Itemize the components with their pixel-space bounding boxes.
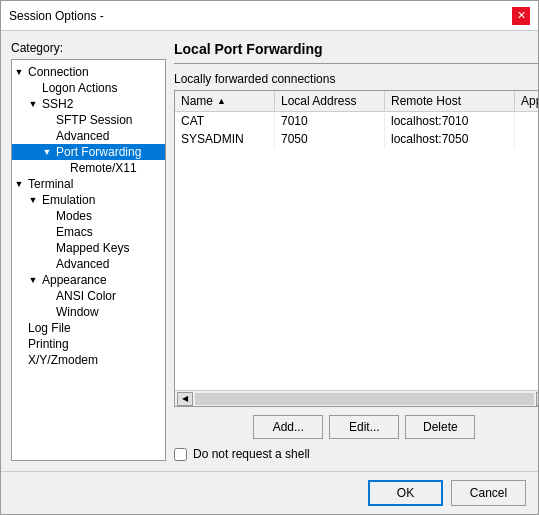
tree-item-appearance[interactable]: ▼ Appearance <box>12 272 165 288</box>
ok-button[interactable]: OK <box>368 480 443 506</box>
col-local-address: Local Address <box>275 91 385 111</box>
tree-expander-log-file <box>12 321 26 335</box>
tree-expander-appearance[interactable]: ▼ <box>26 273 40 287</box>
tree-expander-port-forwarding[interactable]: ▼ <box>40 145 54 159</box>
tree-item-emulation[interactable]: ▼ Emulation <box>12 192 165 208</box>
tree-label-port-forwarding: Port Forwarding <box>54 145 141 159</box>
tree-item-advanced-ssh[interactable]: Advanced <box>12 128 165 144</box>
table-row[interactable]: CAT 7010 localhost:7010 <box>175 112 538 130</box>
tree-container[interactable]: ▼ Connection Logon Actions ▼ SSH2 SFTP S… <box>11 59 166 461</box>
tree-label-emacs: Emacs <box>54 225 93 239</box>
tree-label-window: Window <box>54 305 99 319</box>
cell-name: CAT <box>175 112 275 130</box>
cell-remote-host: localhost:7010 <box>385 112 515 130</box>
tree-item-remote-x11[interactable]: Remote/X11 <box>12 160 165 176</box>
tree-label-ssh2: SSH2 <box>40 97 73 111</box>
cell-name: SYSADMIN <box>175 130 275 148</box>
tree-item-port-forwarding[interactable]: ▼ Port Forwarding <box>12 144 165 160</box>
cell-appli <box>515 130 538 148</box>
tree-expander-emacs <box>40 225 54 239</box>
delete-button[interactable]: Delete <box>405 415 475 439</box>
tree-item-mapped-keys[interactable]: Mapped Keys <box>12 240 165 256</box>
tree-item-connection[interactable]: ▼ Connection <box>12 64 165 80</box>
tree-label-modes: Modes <box>54 209 92 223</box>
tree-expander-window <box>40 305 54 319</box>
table-body[interactable]: CAT 7010 localhost:7010 SYSADMIN 7050 lo… <box>175 112 538 390</box>
table-header: Name ▲ Local Address Remote Host Appli <box>175 91 538 112</box>
tree-item-sftp-session[interactable]: SFTP Session <box>12 112 165 128</box>
no-shell-label[interactable]: Do not request a shell <box>193 447 310 461</box>
tree-expander-ssh2[interactable]: ▼ <box>26 97 40 111</box>
no-shell-row: Do not request a shell <box>174 447 538 461</box>
tree-item-modes[interactable]: Modes <box>12 208 165 224</box>
tree-item-xyz-modem[interactable]: X/Y/Zmodem <box>12 352 165 368</box>
tree-expander-connection[interactable]: ▼ <box>12 65 26 79</box>
connections-table: Name ▲ Local Address Remote Host Appli C… <box>174 90 538 407</box>
panel-title: Local Port Forwarding <box>174 41 538 64</box>
tree-item-advanced-term[interactable]: Advanced <box>12 256 165 272</box>
col-appli: Appli <box>515 91 538 111</box>
tree-panel: Category: ▼ Connection Logon Actions ▼ S… <box>11 41 166 461</box>
panel-subheader: Locally forwarded connections <box>174 72 538 86</box>
tree-label-ansi-color: ANSI Color <box>54 289 116 303</box>
dialog-title: Session Options - <box>9 9 104 23</box>
tree-expander-emulation[interactable]: ▼ <box>26 193 40 207</box>
scroll-right-button[interactable]: ▶ <box>536 392 538 406</box>
horizontal-scrollbar[interactable]: ◀ ▶ <box>175 390 538 406</box>
tree-expander-ansi-color <box>40 289 54 303</box>
cell-remote-host: localhost:7050 <box>385 130 515 148</box>
tree-label-advanced-ssh: Advanced <box>54 129 109 143</box>
tree-label-emulation: Emulation <box>40 193 95 207</box>
cell-local-address: 7050 <box>275 130 385 148</box>
add-button[interactable]: Add... <box>253 415 323 439</box>
tree-label-sftp-session: SFTP Session <box>54 113 132 127</box>
tree-label-logon-actions: Logon Actions <box>40 81 117 95</box>
tree-expander-xyz-modem <box>12 353 26 367</box>
scroll-left-button[interactable]: ◀ <box>177 392 193 406</box>
col-remote-host: Remote Host <box>385 91 515 111</box>
tree-expander-advanced-ssh <box>40 129 54 143</box>
action-buttons: Add... Edit... Delete <box>174 415 538 439</box>
tree-item-printing[interactable]: Printing <box>12 336 165 352</box>
tree-expander-sftp-session <box>40 113 54 127</box>
tree-label-xyz-modem: X/Y/Zmodem <box>26 353 98 367</box>
tree-label-remote-x11: Remote/X11 <box>68 161 137 175</box>
tree-label-appearance: Appearance <box>40 273 107 287</box>
session-options-dialog: Session Options - ✕ Category: ▼ Connecti… <box>0 0 539 515</box>
close-button[interactable]: ✕ <box>512 7 530 25</box>
tree-expander-logon-actions <box>26 81 40 95</box>
tree-label-advanced-term: Advanced <box>54 257 109 271</box>
tree-label-terminal: Terminal <box>26 177 73 191</box>
tree-item-ssh2[interactable]: ▼ SSH2 <box>12 96 165 112</box>
tree-item-terminal[interactable]: ▼ Terminal <box>12 176 165 192</box>
edit-button[interactable]: Edit... <box>329 415 399 439</box>
no-shell-checkbox[interactable] <box>174 448 187 461</box>
title-bar: Session Options - ✕ <box>1 1 538 31</box>
tree-item-emacs[interactable]: Emacs <box>12 224 165 240</box>
scroll-track[interactable] <box>195 393 534 405</box>
dialog-footer: OK Cancel <box>1 471 538 514</box>
main-panel: Local Port Forwarding Locally forwarded … <box>174 41 538 461</box>
category-label: Category: <box>11 41 166 55</box>
sort-arrow-icon: ▲ <box>217 96 226 106</box>
col-name[interactable]: Name ▲ <box>175 91 275 111</box>
tree-item-log-file[interactable]: Log File <box>12 320 165 336</box>
tree-expander-terminal[interactable]: ▼ <box>12 177 26 191</box>
cell-appli <box>515 112 538 130</box>
tree-expander-remote-x11 <box>54 161 68 175</box>
tree-label-printing: Printing <box>26 337 69 351</box>
tree-item-window[interactable]: Window <box>12 304 165 320</box>
table-row[interactable]: SYSADMIN 7050 localhost:7050 <box>175 130 538 148</box>
tree-label-log-file: Log File <box>26 321 71 335</box>
tree-item-logon-actions[interactable]: Logon Actions <box>12 80 165 96</box>
tree-expander-advanced-term <box>40 257 54 271</box>
cancel-button[interactable]: Cancel <box>451 480 526 506</box>
col-name-label: Name <box>181 94 213 108</box>
tree-expander-mapped-keys <box>40 241 54 255</box>
tree-label-connection: Connection <box>26 65 89 79</box>
dialog-body: Category: ▼ Connection Logon Actions ▼ S… <box>1 31 538 471</box>
tree-label-mapped-keys: Mapped Keys <box>54 241 129 255</box>
tree-item-ansi-color[interactable]: ANSI Color <box>12 288 165 304</box>
cell-local-address: 7010 <box>275 112 385 130</box>
tree-expander-modes <box>40 209 54 223</box>
